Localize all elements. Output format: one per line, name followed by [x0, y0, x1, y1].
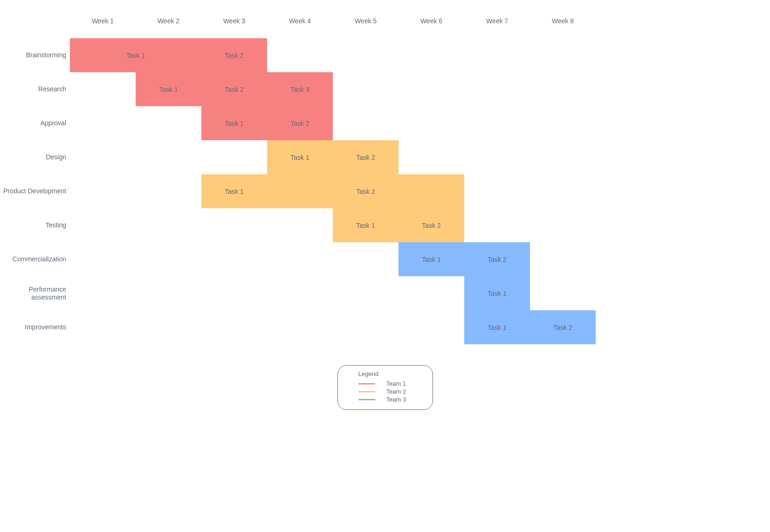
- task-bar: Task 2: [201, 72, 267, 106]
- gantt-row: CommercializationTask 1Task 2: [0, 242, 615, 276]
- task-bar: Task 2: [464, 242, 530, 276]
- gantt-row: ApprovalTask 1Task 2: [0, 106, 615, 140]
- row-label: Testing: [0, 221, 70, 229]
- week-label: Week 2: [136, 9, 201, 33]
- gantt-row: Product DevelopmentTask 1Task 2: [0, 174, 615, 208]
- week-label: Week 8: [530, 9, 596, 33]
- task-bar: Task 1: [333, 208, 399, 242]
- legend-title: Legend: [344, 370, 426, 377]
- gantt-row: BrainstormingTask 1Task 2: [0, 38, 615, 72]
- row-track: Task 1Task 2Task 3: [70, 72, 615, 106]
- legend-label: Team 1: [386, 380, 406, 387]
- gantt-row: ImprovementsTask 1Task 2: [0, 310, 615, 344]
- task-bar: Task 1: [136, 72, 201, 106]
- week-label: Week 5: [333, 9, 399, 33]
- task-bar: Task 1: [464, 276, 530, 310]
- task-bar: Task 2: [201, 38, 267, 72]
- task-bar: Task 2: [399, 208, 464, 242]
- legend: Legend Team 1 Team 2 Team 3: [337, 365, 433, 410]
- legend-swatch-team1: [358, 383, 375, 384]
- row-track: Task 1Task 2: [70, 174, 615, 208]
- row-track: Task 1Task 2: [70, 38, 615, 72]
- legend-swatch-team3: [358, 399, 375, 400]
- task-bar: Task 1: [201, 106, 267, 140]
- gantt-header-right: Week 1Week 2Week 3Week 4Week 5Week 6Week…: [70, 9, 615, 33]
- week-label: Week 4: [267, 9, 333, 33]
- row-label: Design: [0, 153, 70, 161]
- task-bar: Task 2: [530, 310, 596, 344]
- row-track: Task 1Task 2: [70, 242, 615, 276]
- task-bar: Task 3: [267, 72, 333, 106]
- legend-item-team2: Team 2: [344, 388, 426, 395]
- row-label: Improvements: [0, 323, 70, 331]
- gantt-header-row: Week 1Week 2Week 3Week 4Week 5Week 6Week…: [0, 9, 615, 33]
- row-label: Approval: [0, 119, 70, 127]
- row-track: Task 1: [70, 276, 615, 310]
- legend-swatch-team2: [358, 391, 375, 392]
- task-bar: Task 2: [267, 174, 464, 208]
- legend-item-team1: Team 1: [344, 380, 426, 387]
- week-label: Week 3: [201, 9, 267, 33]
- legend-item-team3: Team 3: [344, 396, 426, 403]
- gantt-row: Performance assessmentTask 1: [0, 276, 615, 310]
- row-track: Task 1Task 2: [70, 106, 615, 140]
- row-track: Task 1Task 2: [70, 140, 615, 174]
- row-label: Commercialization: [0, 255, 70, 263]
- gantt-chart: Week 1Week 2Week 3Week 4Week 5Week 6Week…: [0, 9, 615, 344]
- gantt-row: DesignTask 1Task 2: [0, 140, 615, 174]
- row-track: Task 1Task 2: [70, 310, 615, 344]
- task-bar: Task 1: [267, 140, 333, 174]
- week-label: Week 7: [464, 9, 530, 33]
- gantt-row: ResearchTask 1Task 2Task 3: [0, 72, 615, 106]
- row-label: Product Development: [0, 187, 70, 195]
- task-bar: Task 1: [70, 38, 201, 72]
- row-label: Performance assessment: [0, 286, 70, 301]
- row-label: Brainstorming: [0, 51, 70, 59]
- task-bar: Task 1: [464, 310, 530, 344]
- legend-label: Team 3: [386, 396, 406, 403]
- gantt-row: TestingTask 1Task 2: [0, 208, 615, 242]
- legend-label: Team 2: [386, 388, 406, 395]
- task-bar: Task 2: [333, 140, 399, 174]
- week-label: Week 6: [399, 9, 464, 33]
- task-bar: Task 1: [201, 174, 267, 208]
- row-label: Research: [0, 85, 70, 93]
- task-bar: Task 1: [399, 242, 464, 276]
- row-track: Task 1Task 2: [70, 208, 615, 242]
- task-bar: Task 2: [267, 106, 333, 140]
- week-label: Week 1: [70, 9, 136, 33]
